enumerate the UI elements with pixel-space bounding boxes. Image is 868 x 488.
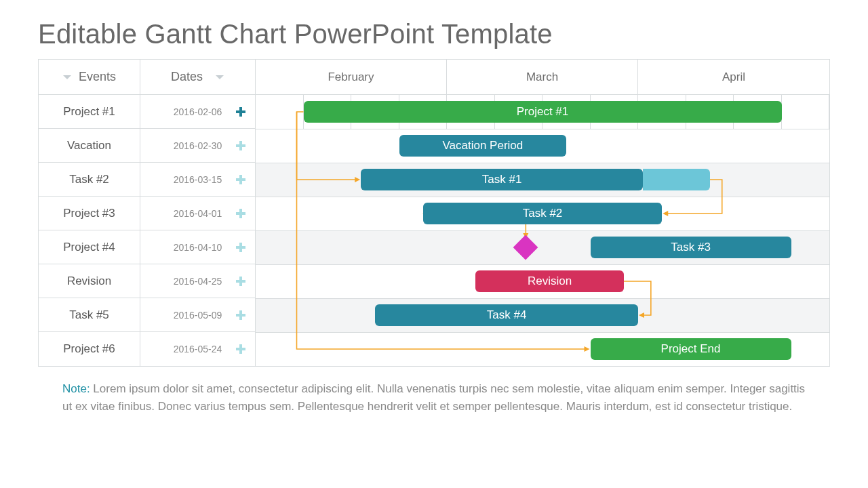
gantt-header-row: Events Dates February March April bbox=[39, 60, 829, 95]
event-cell: Task #5 bbox=[39, 298, 140, 331]
date-cell: 2016-05-24 bbox=[140, 332, 256, 366]
gantt-row: Project #32016-04-01 bbox=[39, 197, 256, 230]
date-cell: 2016-04-01 bbox=[140, 197, 256, 230]
gantt-bar[interactable]: Task #1 bbox=[361, 169, 643, 190]
svg-marker-3 bbox=[639, 312, 644, 318]
gantt-bar[interactable]: Task #3 bbox=[591, 237, 791, 258]
gantt-row: Project #42016-04-10 bbox=[39, 230, 256, 264]
chevron-down-icon bbox=[215, 74, 224, 81]
date-cell: 2016-02-30 bbox=[140, 129, 256, 162]
month-col: February bbox=[256, 60, 447, 94]
plus-icon[interactable] bbox=[236, 209, 245, 218]
gantt-bar[interactable]: Project #1 bbox=[304, 101, 782, 123]
gantt-bar[interactable]: Vacation Period bbox=[399, 135, 567, 157]
gantt-bars-layer: Project #1Vacation PeriodTask #1Task #2T… bbox=[256, 95, 829, 366]
date-cell: 2016-04-10 bbox=[140, 230, 256, 264]
event-cell: Project #4 bbox=[39, 230, 140, 264]
svg-marker-1 bbox=[663, 211, 668, 216]
months-header: February March April bbox=[256, 60, 829, 94]
date-cell: 2016-04-25 bbox=[140, 264, 256, 298]
page-title: Editable Gantt Chart PowerPoint Template bbox=[38, 19, 830, 49]
date-cell: 2016-02-06 bbox=[140, 95, 256, 128]
svg-marker-4 bbox=[585, 346, 590, 352]
event-cell: Project #6 bbox=[39, 332, 140, 366]
date-cell: 2016-05-09 bbox=[140, 298, 256, 331]
gantt-row: Revision2016-04-25 bbox=[39, 264, 256, 298]
gantt-bar[interactable]: Task #4 bbox=[375, 304, 638, 326]
gantt-row: Task #52016-05-09 bbox=[39, 298, 256, 332]
events-header-label: Events bbox=[79, 70, 116, 84]
gantt-bar[interactable]: Project End bbox=[591, 338, 791, 360]
gantt-row: Project #62016-05-24 bbox=[39, 332, 256, 366]
gantt-left-columns: Project #12016-02-06Vacation2016-02-30Ta… bbox=[39, 95, 256, 366]
plus-icon[interactable] bbox=[236, 277, 245, 286]
plus-icon[interactable] bbox=[236, 141, 245, 150]
dates-header-label: Dates bbox=[171, 70, 203, 84]
gantt-bar[interactable]: Revision bbox=[475, 270, 624, 292]
dates-header[interactable]: Dates bbox=[140, 60, 256, 94]
plus-icon[interactable] bbox=[236, 310, 245, 320]
gantt-row: Vacation2016-02-30 bbox=[39, 129, 256, 163]
svg-marker-0 bbox=[355, 177, 360, 182]
slide: Editable Gantt Chart PowerPoint Template… bbox=[0, 0, 868, 416]
footnote: Note: Lorem ipsum dolor sit amet, consec… bbox=[38, 367, 830, 416]
event-cell: Project #1 bbox=[39, 95, 140, 128]
event-cell: Revision bbox=[39, 264, 140, 298]
month-col: April bbox=[638, 60, 829, 94]
plus-icon[interactable] bbox=[236, 175, 245, 184]
events-header[interactable]: Events bbox=[39, 60, 140, 94]
note-text: Lorem ipsum dolor sit amet, consectetur … bbox=[62, 382, 805, 413]
plus-icon[interactable] bbox=[236, 344, 245, 354]
plus-icon[interactable] bbox=[236, 243, 245, 252]
gantt-chart: Events Dates February March April Projec… bbox=[38, 59, 830, 367]
gantt-row: Task #22016-03-15 bbox=[39, 163, 256, 197]
gantt-bar-remaining bbox=[643, 169, 710, 190]
event-cell: Vacation bbox=[39, 129, 140, 162]
month-col: March bbox=[447, 60, 638, 94]
event-cell: Project #3 bbox=[39, 197, 140, 230]
event-cell: Task #2 bbox=[39, 163, 140, 196]
gantt-bar[interactable]: Task #2 bbox=[423, 203, 663, 224]
plus-icon[interactable] bbox=[236, 107, 245, 117]
note-label: Note: bbox=[62, 382, 90, 395]
gantt-row: Project #12016-02-06 bbox=[39, 95, 256, 129]
date-cell: 2016-03-15 bbox=[140, 163, 256, 196]
chevron-down-icon bbox=[62, 74, 72, 81]
